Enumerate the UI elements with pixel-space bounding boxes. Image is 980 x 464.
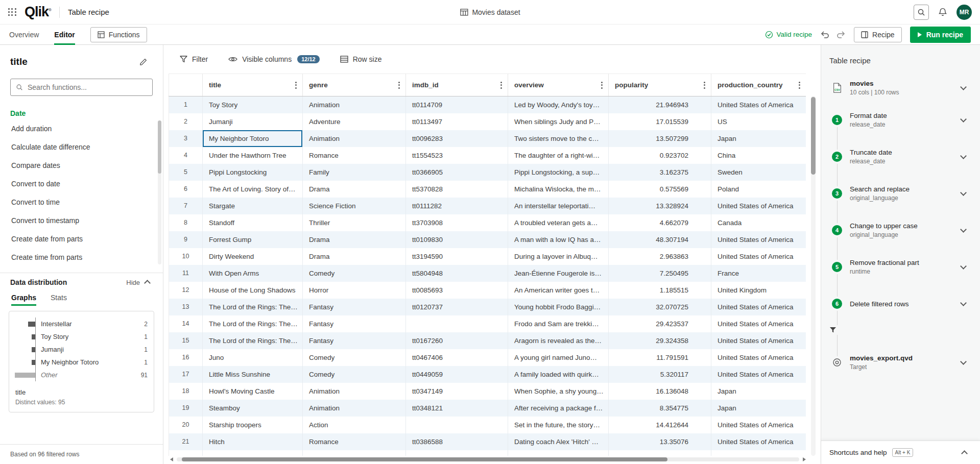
- cell[interactable]: 16.136048: [609, 383, 711, 400]
- cell[interactable]: [508, 450, 609, 456]
- cell[interactable]: Michalina Wislocka, the m…: [508, 181, 609, 198]
- cell[interactable]: 1.185515: [609, 282, 711, 299]
- cell[interactable]: The Lord of the Rings: The…: [203, 315, 303, 332]
- cell[interactable]: United States of America: [711, 198, 806, 214]
- cell[interactable]: Two sisters move to the c…: [508, 130, 609, 147]
- cell[interactable]: Pippi Longstocking: [203, 164, 303, 181]
- cell[interactable]: Animation: [303, 400, 406, 417]
- row-number[interactable]: 16: [169, 349, 203, 366]
- cell[interactable]: tt3194590: [406, 248, 508, 265]
- cell[interactable]: [609, 450, 711, 456]
- cell[interactable]: United States of America: [711, 366, 806, 383]
- cell[interactable]: United States of America: [711, 96, 806, 113]
- cell[interactable]: Horror: [303, 282, 406, 299]
- cell[interactable]: [406, 417, 508, 433]
- cell[interactable]: Hitch: [203, 433, 303, 450]
- row-number[interactable]: 3: [169, 130, 203, 147]
- cell[interactable]: United States of America: [711, 299, 806, 315]
- visible-columns-button[interactable]: Visible columns 12/12: [228, 55, 320, 63]
- cell[interactable]: Steamboy: [203, 400, 303, 417]
- cell[interactable]: The daughter of a right-wi…: [508, 147, 609, 164]
- row-number[interactable]: 2: [169, 113, 203, 130]
- cell[interactable]: Science Fiction: [303, 198, 406, 214]
- tab-graphs[interactable]: Graphs: [11, 290, 36, 306]
- cell[interactable]: tt0467406: [406, 349, 508, 366]
- column-header[interactable]: popularity: [609, 74, 711, 96]
- recipe-source-item[interactable]: CSV movies 10 cols | 100 rows: [826, 74, 975, 102]
- row-number[interactable]: 12: [169, 282, 203, 299]
- cell[interactable]: Thriller: [303, 214, 406, 231]
- functions-button[interactable]: Functions: [90, 27, 147, 42]
- chevron-down-icon[interactable]: [960, 116, 967, 123]
- cell[interactable]: 48.307194: [609, 231, 711, 248]
- cell[interactable]: 13.35076: [609, 433, 711, 450]
- cell[interactable]: tt0111282: [406, 198, 508, 214]
- app-launcher-grid-icon[interactable]: [8, 8, 16, 16]
- cell[interactable]: 17.015539: [609, 113, 711, 130]
- horizontal-scrollbar[interactable]: [169, 456, 807, 462]
- cell[interactable]: Standoff: [203, 214, 303, 231]
- scroll-left-button[interactable]: [170, 457, 173, 461]
- row-number[interactable]: 11: [169, 265, 203, 282]
- row-number[interactable]: 7: [169, 198, 203, 214]
- cell[interactable]: Forrest Gump: [203, 231, 303, 248]
- cell[interactable]: Young hobbit Frodo Baggi…: [508, 299, 609, 315]
- cell[interactable]: [406, 315, 508, 332]
- cell[interactable]: tt0386588: [406, 433, 508, 450]
- cell[interactable]: 13.328924: [609, 198, 711, 214]
- chevron-down-icon[interactable]: [960, 300, 967, 306]
- cell[interactable]: [303, 450, 406, 456]
- cell[interactable]: Fantasy: [303, 299, 406, 315]
- chevron-down-icon[interactable]: [960, 358, 967, 365]
- cell[interactable]: The Lord of the Rings: The…: [203, 332, 303, 349]
- cell[interactable]: 7.250495: [609, 265, 711, 282]
- recipe-step[interactable]: 1Format daterelease_date: [826, 102, 975, 138]
- cell[interactable]: Drama: [303, 231, 406, 248]
- row-number[interactable]: 4: [169, 147, 203, 164]
- cell[interactable]: 11.791591: [609, 349, 711, 366]
- column-menu-button[interactable]: [797, 80, 802, 90]
- cell[interactable]: United States of America: [711, 417, 806, 433]
- row-number[interactable]: 14: [169, 315, 203, 332]
- cell[interactable]: China: [711, 147, 806, 164]
- tab-stats[interactable]: Stats: [51, 290, 67, 306]
- cell[interactable]: Sweden: [711, 164, 806, 181]
- cell[interactable]: Fantasy: [303, 332, 406, 349]
- hide-distribution-link[interactable]: Hide: [126, 279, 140, 286]
- chevron-down-icon[interactable]: [960, 263, 967, 270]
- cell[interactable]: Pippi Longstocking, a sup…: [508, 164, 609, 181]
- cell[interactable]: 21.946943: [609, 96, 711, 113]
- recipe-target-item[interactable]: movies_export.qvd Target: [826, 349, 975, 376]
- cell[interactable]: 8.354775: [609, 400, 711, 417]
- horizontal-scrollbar-thumb[interactable]: [182, 457, 667, 461]
- undo-icon[interactable]: [820, 31, 829, 39]
- column-header[interactable]: overview: [508, 74, 609, 96]
- cell[interactable]: tt0109830: [406, 231, 508, 248]
- column-menu-button[interactable]: [702, 80, 707, 90]
- scroll-right-button[interactable]: [803, 457, 806, 461]
- cell[interactable]: Comedy: [303, 265, 406, 282]
- cell[interactable]: Animation: [303, 130, 406, 147]
- chevron-up-icon[interactable]: [961, 450, 968, 457]
- cell[interactable]: 13.507299: [609, 130, 711, 147]
- cell[interactable]: Dating coach Alex 'Hitch' …: [508, 433, 609, 450]
- cell[interactable]: Poland: [711, 181, 806, 198]
- cell[interactable]: Adventure: [303, 113, 406, 130]
- cell[interactable]: Family: [303, 164, 406, 181]
- cell[interactable]: United States of America: [711, 332, 806, 349]
- cell[interactable]: United States of America: [711, 349, 806, 366]
- cell[interactable]: The W…: [203, 450, 303, 456]
- cell[interactable]: When siblings Judy and P…: [508, 113, 609, 130]
- cell[interactable]: Under the Hawthorn Tree: [203, 147, 303, 164]
- function-list-item[interactable]: Calculate date difference: [0, 138, 163, 156]
- cell[interactable]: Starship troopers: [203, 417, 303, 433]
- cell[interactable]: tt0085693: [406, 282, 508, 299]
- cell[interactable]: 0.923702: [609, 147, 711, 164]
- cell[interactable]: A man with a low IQ has a…: [508, 231, 609, 248]
- cell[interactable]: When Sophie, a shy young…: [508, 383, 609, 400]
- recipe-step[interactable]: 2Truncate daterelease_date: [826, 138, 975, 175]
- cell[interactable]: tt0120737: [406, 299, 508, 315]
- distribution-row[interactable]: Jumanji1: [14, 343, 148, 356]
- cell[interactable]: Set in the future, the story…: [508, 417, 609, 433]
- cell[interactable]: US: [711, 113, 806, 130]
